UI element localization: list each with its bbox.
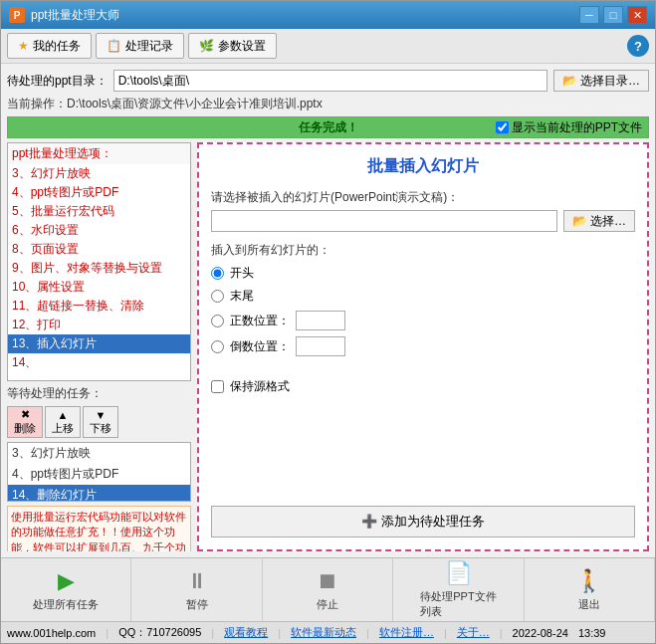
progress-bar: 任务完成！ 显示当前处理的PPT文件 xyxy=(7,116,649,138)
main-row: ppt批量处理选项： 3、幻灯片放映 4、ppt转图片或PDF 5、批量运行宏代… xyxy=(7,142,649,551)
help-button[interactable]: ? xyxy=(627,35,649,57)
pause-button[interactable]: ⏸ 暂停 xyxy=(131,558,262,621)
down-button[interactable]: ▼ 下移 xyxy=(83,406,118,438)
action-buttons: ✖ 删除 ▲ 上移 ▼ 下移 xyxy=(7,406,191,438)
star-icon: ★ xyxy=(18,39,29,53)
pause-icon: ⏸ xyxy=(186,568,208,594)
toolbar: ★ 我的任务 📋 处理记录 🌿 参数设置 ? xyxy=(1,29,655,64)
book-icon: 📋 xyxy=(107,39,121,53)
tab-history[interactable]: 📋 处理记录 xyxy=(96,33,184,59)
titlebar: P ppt批量处理大师 ─ □ ✕ xyxy=(1,1,655,29)
app-icon: P xyxy=(9,7,25,23)
register-link[interactable]: 软件注册… xyxy=(379,625,434,640)
progress-text: 任务完成！ xyxy=(299,119,358,136)
list-item[interactable]: 4、ppt转图片或PDF xyxy=(8,183,190,202)
waiting-list-item[interactable]: 3、幻灯片放映 xyxy=(8,443,190,464)
run-all-button[interactable]: ▶ 处理所有任务 xyxy=(1,558,131,621)
radio-head-row: 开头 xyxy=(211,265,635,282)
stop-icon: ⏹ xyxy=(317,568,338,594)
radio-head-label: 开头 xyxy=(230,265,254,282)
keep-format-label: 保持源格式 xyxy=(230,378,290,395)
list-item[interactable]: 8、页面设置 xyxy=(8,240,190,259)
down-icon: ▼ xyxy=(96,409,107,421)
list-item[interactable]: 10、属性设置 xyxy=(8,278,190,297)
show-current-checkbox[interactable] xyxy=(496,121,509,134)
tab-settings[interactable]: 🌿 参数设置 xyxy=(188,33,277,59)
dir-label: 待处理的ppt目录： xyxy=(7,73,108,90)
left-panel: ppt批量处理选项： 3、幻灯片放映 4、ppt转图片或PDF 5、批量运行宏代… xyxy=(7,142,191,551)
pause-label: 暂停 xyxy=(186,597,208,612)
delete-button[interactable]: ✖ 删除 xyxy=(7,406,43,438)
waiting-list-container: 3、幻灯片放映 4、ppt转图片或PDF 14、删除幻灯片 xyxy=(7,442,191,502)
current-operation: 当前操作：D:\tools\桌面\资源文件\小企业会计准则培训.pptx xyxy=(7,96,649,112)
radio-backward[interactable] xyxy=(211,340,224,353)
minimize-button[interactable]: ─ xyxy=(579,6,599,24)
task-list-container: ppt批量处理选项： 3、幻灯片放映 4、ppt转图片或PDF 5、批量运行宏代… xyxy=(7,142,191,381)
updates-link[interactable]: 软件最新动态 xyxy=(291,625,356,640)
radio-tail[interactable] xyxy=(211,290,224,303)
radio-tail-row: 末尾 xyxy=(211,288,635,305)
list-item[interactable]: 12、打印 xyxy=(8,316,190,334)
list-item[interactable]: 5、批量运行宏代码 xyxy=(8,202,190,221)
main-window: P ppt批量处理大师 ─ □ ✕ ★ 我的任务 📋 处理记录 🌿 参数设置 ?… xyxy=(0,0,656,644)
forward-pos-input[interactable] xyxy=(296,311,345,330)
ppt-files-button[interactable]: 📄 待处理PPT文件列表 xyxy=(393,558,524,621)
list-item[interactable]: 14、 xyxy=(8,353,190,372)
add-task-button[interactable]: ➕ 添加为待处理任务 xyxy=(211,506,635,537)
right-panel: 批量插入幻灯片 请选择被插入的幻灯片(PowerPoint演示文稿)： 📂 选择… xyxy=(197,142,649,551)
up-button[interactable]: ▲ 上移 xyxy=(45,406,81,438)
stop-button[interactable]: ⏹ 停止 xyxy=(263,558,393,621)
radio-backward-label: 倒数位置： xyxy=(230,338,290,355)
statusbar: www.001help.com | QQ：710726095 | 观看教程 | … xyxy=(1,621,655,643)
waiting-list-item-selected[interactable]: 14、删除幻灯片 xyxy=(8,485,190,502)
select-dir-button[interactable]: 📂 选择目录… xyxy=(553,70,649,92)
ppt-files-label: 待处理PPT文件列表 xyxy=(420,589,496,619)
list-item-selected[interactable]: 13、插入幻灯片 xyxy=(8,334,190,353)
exit-button[interactable]: 🚶 退出 xyxy=(525,558,655,621)
dir-input[interactable] xyxy=(113,70,547,92)
list-item[interactable]: 3、幻灯片放映 xyxy=(8,164,190,183)
radio-backward-row: 倒数位置： xyxy=(211,336,635,356)
time-label: 13:39 xyxy=(578,627,606,639)
window-title: ppt批量处理大师 xyxy=(31,7,579,24)
radio-tail-label: 末尾 xyxy=(230,288,254,305)
date-label: 2022-08-24 xyxy=(513,627,568,639)
file-select-label: 请选择被插入的幻灯片(PowerPoint演示文稿)： xyxy=(211,189,635,206)
maximize-button[interactable]: □ xyxy=(603,6,623,24)
window-controls: ─ □ ✕ xyxy=(579,6,647,24)
insert-position-row: 插入到所有幻灯片的： 开头 末尾 正数位置： xyxy=(211,242,635,362)
file-input[interactable] xyxy=(211,210,557,232)
tutorial-link[interactable]: 观看教程 xyxy=(224,625,268,640)
ppt-files-icon: 📄 xyxy=(445,560,472,586)
waiting-list-item[interactable]: 4、ppt转图片或PDF xyxy=(8,464,190,485)
exit-icon: 🚶 xyxy=(575,568,602,594)
keep-format-row: 保持源格式 xyxy=(211,378,635,395)
list-item[interactable]: 6、水印设置 xyxy=(8,221,190,240)
directory-row: 待处理的ppt目录： 📂 选择目录… xyxy=(7,70,649,92)
radio-forward[interactable] xyxy=(211,315,224,327)
show-current-row: 显示当前处理的PPT文件 xyxy=(496,119,642,136)
right-panel-title: 批量插入幻灯片 xyxy=(211,156,635,177)
list-item[interactable]: 11、超链接一替换、清除 xyxy=(8,297,190,316)
insert-label: 插入到所有幻灯片的： xyxy=(211,242,635,259)
keep-format-checkbox[interactable] xyxy=(211,380,224,393)
gear-icon: 🌿 xyxy=(199,39,214,53)
file-select-row: 请选择被插入的幻灯片(PowerPoint演示文稿)： 📂 选择… xyxy=(211,189,635,232)
website-label: www.001help.com xyxy=(7,627,96,639)
tab-my-tasks[interactable]: ★ 我的任务 xyxy=(7,33,92,59)
show-current-label: 显示当前处理的PPT文件 xyxy=(512,119,642,136)
stop-label: 停止 xyxy=(317,597,338,612)
about-link[interactable]: 关于… xyxy=(457,625,490,640)
backward-pos-input[interactable] xyxy=(296,336,345,356)
file-select-button[interactable]: 📂 选择… xyxy=(563,210,635,232)
exit-label: 退出 xyxy=(578,597,600,612)
ad-text: 使用批量运行宏代码功能可以对软件的功能做任意扩充！！使用这个功能，软件可以扩展到… xyxy=(7,506,191,551)
radio-head[interactable] xyxy=(211,267,224,280)
qq-label: QQ：710726095 xyxy=(118,625,201,640)
run-all-label: 处理所有任务 xyxy=(33,597,99,612)
content-area: 待处理的ppt目录： 📂 选择目录… 当前操作：D:\tools\桌面\资源文件… xyxy=(1,64,655,557)
list-item[interactable]: 9、图片、对象等替换与设置 xyxy=(8,259,190,278)
radio-forward-row: 正数位置： xyxy=(211,311,635,330)
file-select-input-row: 📂 选择… xyxy=(211,210,635,232)
close-button[interactable]: ✕ xyxy=(627,6,647,24)
